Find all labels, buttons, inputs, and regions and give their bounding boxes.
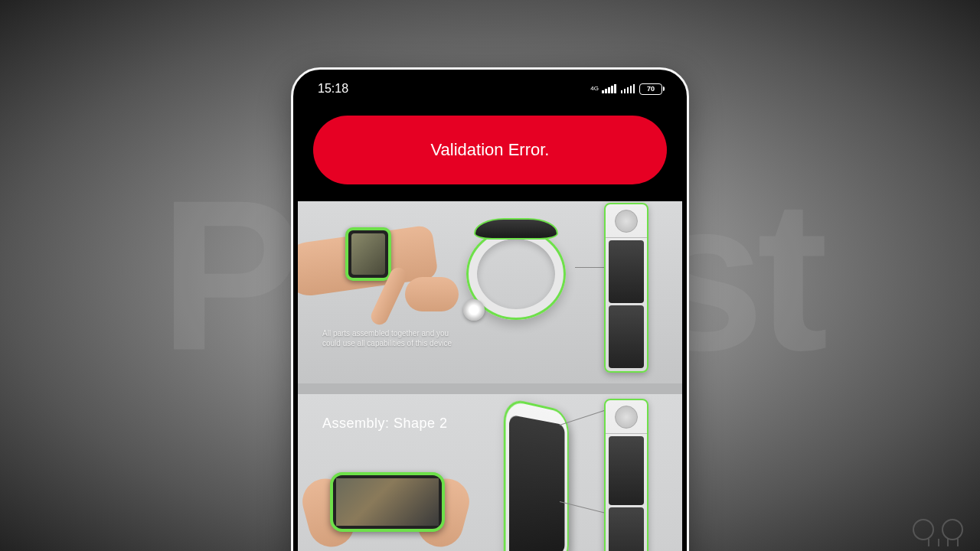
content-panel-2: Assembly: Shape 2 A smartphone when you … <box>298 394 682 551</box>
network-label: 4G <box>590 86 599 92</box>
panel-divider <box>298 383 682 394</box>
tall-module-illustration-2 <box>604 399 648 551</box>
standing-phone-illustration <box>504 396 569 551</box>
status-time: 15:18 <box>318 82 348 96</box>
wrist-watch-illustration <box>313 212 451 319</box>
content-panel-1: All parts assembled together and you cou… <box>298 201 682 383</box>
status-bar: 15:18 4G 70 <box>298 74 682 103</box>
signal-icon-2 <box>621 84 635 93</box>
lead-line <box>575 267 607 268</box>
phone-frame: 15:18 4G 70 Validation Error. <box>291 67 689 551</box>
ring-device-illustration <box>459 209 581 331</box>
error-banner[interactable]: Validation Error. <box>313 116 667 184</box>
battery-icon: 70 <box>639 83 662 95</box>
error-message: Validation Error. <box>431 140 550 160</box>
panel1-caption: All parts assembled together and you cou… <box>322 328 456 348</box>
battery-level: 70 <box>647 85 655 93</box>
phone-screen: 15:18 4G 70 Validation Error. <box>298 74 682 551</box>
hands-holding-phone-illustration <box>313 455 459 551</box>
tall-module-illustration <box>604 203 648 373</box>
content-scroll[interactable]: All parts assembled together and you cou… <box>298 201 682 551</box>
header-area: Validation Error. <box>298 103 682 201</box>
overlay-circles-icon <box>913 519 963 540</box>
panel2-title: Assembly: Shape 2 <box>322 416 448 432</box>
signal-icon <box>602 84 616 93</box>
status-indicators: 4G 70 <box>590 83 662 95</box>
overlay-legs-icon <box>928 539 959 546</box>
